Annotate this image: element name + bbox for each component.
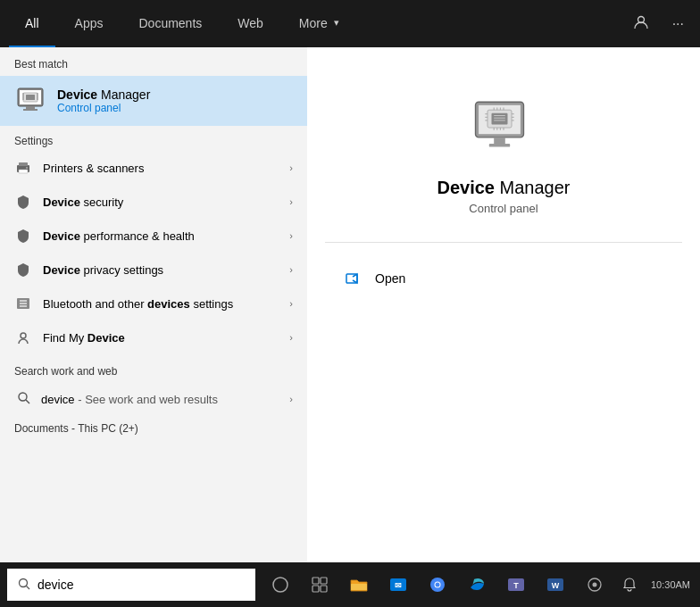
right-panel: Device Manager Control panel Open (307, 47, 700, 595)
tab-documents[interactable]: Documents (122, 0, 218, 47)
chrome-button[interactable] (420, 567, 455, 603)
documents-section: Documents - This PC (2+) (0, 415, 307, 438)
word-button[interactable]: W (538, 567, 573, 603)
svg-point-62 (436, 583, 440, 587)
teams-button[interactable]: T (498, 567, 534, 603)
svg-rect-54 (321, 578, 327, 584)
bluetooth-chevron-icon: › (289, 298, 293, 309)
svg-rect-53 (312, 578, 319, 584)
svg-point-18 (26, 167, 28, 169)
printers-chevron-icon: › (289, 162, 293, 173)
tab-apps[interactable]: Apps (59, 0, 120, 47)
file-explorer-button[interactable] (341, 567, 377, 603)
settings-device-perf-label: Device performance & health (43, 229, 279, 243)
nav-icons: ··· (626, 11, 691, 37)
svg-point-68 (593, 583, 597, 587)
user-icon[interactable] (626, 11, 656, 37)
shield-security-icon (14, 193, 32, 211)
settings-find-my-device-label: Find My Device (43, 331, 279, 345)
svg-rect-55 (312, 586, 319, 592)
svg-point-24 (19, 393, 27, 401)
privacy-chevron-icon: › (289, 264, 293, 275)
settings-device-privacy-label: Device privacy settings (43, 263, 279, 277)
start-button[interactable] (262, 567, 298, 603)
settings-device-privacy[interactable]: Device privacy settings › (0, 253, 307, 287)
taskbar-right: 10:30 AM (612, 567, 700, 603)
search-web-section-label: Search work and web (0, 354, 307, 383)
search-web-icon (14, 391, 32, 407)
search-web-text: device - See work and web results (41, 393, 280, 406)
svg-text:T: T (513, 581, 519, 590)
best-match-subtitle: Control panel (57, 102, 150, 114)
svg-text:W: W (552, 581, 560, 590)
settings-section-label: Settings (0, 126, 307, 151)
svg-point-52 (273, 578, 288, 592)
device-manager-icon (14, 85, 46, 117)
settings-printers[interactable]: Printers & scanners › (0, 151, 307, 185)
svg-rect-3 (26, 106, 35, 109)
svg-rect-17 (19, 170, 28, 173)
settings-find-my-device[interactable]: Find My Device › (0, 320, 307, 354)
detail-divider (325, 242, 682, 243)
printer-icon (14, 159, 32, 177)
clock-icon[interactable]: 10:30 AM (648, 567, 693, 603)
find-device-icon (14, 328, 32, 346)
task-view-button[interactable] (302, 567, 338, 603)
svg-point-50 (20, 578, 28, 586)
svg-rect-29 (489, 144, 510, 147)
top-nav: All Apps Documents Web More ▾ ··· (0, 0, 700, 47)
svg-rect-6 (26, 95, 35, 100)
best-match-item[interactable]: Device Manager Control panel (0, 76, 307, 126)
settings-device-security-label: Device security (43, 195, 279, 209)
tab-all[interactable]: All (9, 0, 55, 47)
shield-privacy-icon (14, 261, 32, 279)
main-area: Best match (0, 47, 700, 595)
bluetooth-icon (14, 295, 32, 312)
svg-rect-16 (19, 162, 28, 166)
perf-chevron-icon: › (289, 230, 293, 241)
outlook-button[interactable]: ✉ (380, 567, 416, 603)
svg-text:✉: ✉ (395, 581, 402, 590)
open-icon (343, 268, 364, 289)
best-match-text: Device Manager Control panel (57, 87, 150, 114)
shield-perf-icon (14, 227, 32, 245)
best-match-title: Device Manager (57, 87, 150, 102)
svg-rect-4 (23, 109, 38, 111)
best-match-label: Best match (0, 47, 307, 76)
edge-button[interactable] (459, 567, 495, 603)
search-web-item[interactable]: device - See work and web results › (0, 383, 307, 415)
app-detail-name: Device Manager (438, 178, 571, 198)
svg-rect-31 (492, 113, 508, 125)
search-box[interactable] (7, 569, 255, 601)
search-web-chevron-icon: › (289, 394, 293, 404)
settings-taskbar-button[interactable] (577, 567, 612, 603)
svg-rect-28 (494, 137, 505, 144)
app-detail-subtitle: Control panel (469, 202, 538, 215)
svg-line-51 (27, 586, 30, 589)
taskbar-search-icon (18, 578, 30, 593)
security-chevron-icon: › (289, 196, 293, 207)
settings-device-security[interactable]: Device security › (0, 185, 307, 219)
svg-rect-56 (321, 586, 327, 592)
settings-bluetooth[interactable]: Bluetooth and other devices settings › (0, 287, 307, 320)
taskbar-icons: ✉ T W (262, 567, 612, 603)
svg-point-23 (21, 333, 26, 338)
app-detail: Device Manager Control panel Open (307, 47, 700, 314)
open-action[interactable]: Open (325, 261, 682, 296)
svg-line-25 (26, 400, 29, 403)
taskbar: ✉ T W (0, 562, 700, 607)
app-detail-icon (468, 92, 539, 163)
tab-more[interactable]: More ▾ (283, 0, 355, 47)
more-arrow-icon: ▾ (334, 17, 339, 29)
more-options-icon[interactable]: ··· (665, 12, 691, 36)
find-device-chevron-icon: › (289, 332, 293, 343)
open-label: Open (375, 271, 405, 286)
left-panel: Best match (0, 47, 307, 595)
notification-icon[interactable] (612, 567, 646, 603)
settings-printers-label: Printers & scanners (43, 162, 279, 175)
tab-web[interactable]: Web (221, 0, 279, 47)
settings-bluetooth-label: Bluetooth and other devices settings (43, 297, 279, 311)
search-input[interactable] (38, 578, 245, 592)
settings-device-perf[interactable]: Device performance & health › (0, 219, 307, 253)
svg-rect-57 (351, 584, 367, 590)
